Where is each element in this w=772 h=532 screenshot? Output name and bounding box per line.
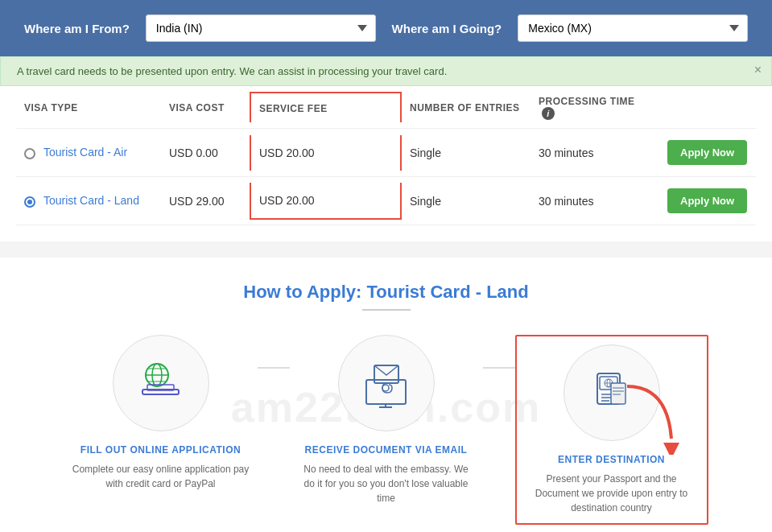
- from-select[interactable]: India (IN): [146, 14, 376, 42]
- action-cell-land: Apply Now: [659, 177, 756, 225]
- step-1: FILL OUT ONLINE APPLICATION Complete our…: [64, 335, 258, 491]
- service-fee-cell-land: USD 20.00: [250, 177, 402, 225]
- going-select[interactable]: Mexico (MX): [518, 14, 748, 42]
- step-2-circle: [338, 335, 435, 431]
- step-1-circle: [113, 335, 209, 431]
- visa-type-link-land[interactable]: Tourist Card - Land: [43, 194, 139, 207]
- from-label: Where am I From?: [24, 22, 130, 35]
- step-1-desc: Complete our easy online application pay…: [72, 462, 250, 491]
- connector-line-2: [483, 367, 515, 369]
- th-action: [659, 86, 756, 129]
- going-label: Where am I Going?: [392, 22, 502, 35]
- alert-text: A travel card needs to be presented upon…: [17, 65, 447, 77]
- how-to-apply-title: How to Apply: Tourist Card - Land: [32, 282, 740, 303]
- th-visa-cost: VISA COST: [161, 86, 250, 129]
- apply-now-button-land[interactable]: Apply Now: [667, 188, 747, 213]
- step-1-title: FILL OUT ONLINE APPLICATION: [72, 444, 250, 456]
- visa-cost-cell: USD 0.00: [161, 129, 250, 177]
- th-processing: PROCESSING TIME i: [530, 86, 659, 129]
- info-icon[interactable]: i: [542, 107, 555, 120]
- entries-cell-land: Single: [402, 177, 530, 225]
- header: Where am I From? India (IN) Where am I G…: [0, 0, 772, 56]
- step-2-desc: No need to deal with the embassy. We do …: [298, 462, 475, 505]
- alert-banner: A travel card needs to be presented upon…: [0, 56, 772, 86]
- service-fee-cell-air: USD 20.00: [250, 129, 402, 177]
- step-2: RECEIVE DOCUMENT VIA EMAIL No need to de…: [290, 335, 483, 505]
- table-row: Tourist Card - Air USD 0.00 USD 20.00 Si…: [16, 129, 756, 177]
- how-to-apply-section: am22tech.com How to Apply: Tourist Card …: [0, 258, 772, 532]
- service-fee-inner-air: USD 20.00: [250, 135, 402, 171]
- svg-marker-0: [663, 443, 679, 455]
- radio-selected[interactable]: [24, 196, 35, 208]
- th-service-fee: SERVICE FEE: [250, 86, 402, 129]
- apply-now-button-air[interactable]: Apply Now: [667, 140, 747, 165]
- step-connector-2: [483, 367, 515, 369]
- entries-cell-air: Single: [402, 129, 530, 177]
- step-3-desc: Present your Passport and the Document w…: [525, 472, 699, 515]
- visa-table-container: VISA TYPE VISA COST SERVICE FEE NUMBER O…: [0, 86, 772, 241]
- arrow-container: [619, 382, 683, 457]
- red-arrow-icon: [619, 382, 683, 455]
- step-2-title: RECEIVE DOCUMENT VIA EMAIL: [298, 444, 475, 456]
- th-visa-type: VISA TYPE: [16, 86, 161, 129]
- processing-cell-air: 30 minutes: [530, 129, 659, 177]
- processing-cell-land: 30 minutes: [530, 177, 659, 225]
- th-processing-label: PROCESSING TIME: [539, 96, 635, 107]
- laptop-globe-icon: [134, 357, 187, 410]
- visa-type-cell: Tourist Card - Air: [16, 129, 161, 177]
- visa-table: VISA TYPE VISA COST SERVICE FEE NUMBER O…: [16, 86, 756, 225]
- visa-cost-cell-land: USD 29.00: [161, 177, 250, 225]
- step-connector-1: [258, 367, 290, 369]
- th-entries: NUMBER OF ENTRIES: [402, 86, 530, 129]
- visa-type-cell: Tourist Card - Land: [16, 177, 161, 225]
- radio-unselected[interactable]: [24, 148, 35, 159]
- table-row: Tourist Card - Land USD 29.00 USD 20.00 …: [16, 177, 756, 225]
- title-divider: [362, 309, 411, 311]
- action-cell-air: Apply Now: [659, 129, 756, 177]
- connector-line-1: [258, 367, 290, 369]
- alert-close-button[interactable]: ×: [754, 64, 762, 76]
- email-monitor-icon: [360, 357, 412, 410]
- th-service-fee-inner: SERVICE FEE: [250, 92, 402, 122]
- service-fee-inner-land: USD 20.00: [250, 183, 402, 220]
- visa-type-link-air[interactable]: Tourist Card - Air: [43, 146, 127, 159]
